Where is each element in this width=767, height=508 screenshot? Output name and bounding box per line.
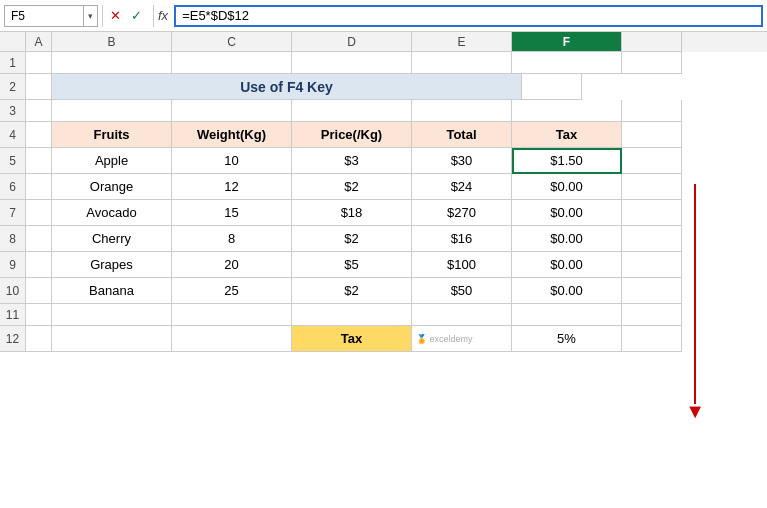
cell-f6[interactable]: $0.00 (512, 174, 622, 200)
cell-c3[interactable] (172, 100, 292, 122)
cell-e10[interactable]: $50 (412, 278, 512, 304)
cell-a2[interactable] (26, 74, 52, 100)
row-header-12[interactable]: 12 (0, 326, 26, 352)
row-header-6[interactable]: 6 (0, 174, 26, 200)
cell-a11[interactable] (26, 304, 52, 326)
cell-reference-box[interactable]: F5 (4, 5, 84, 27)
cell-d5[interactable]: $3 (292, 148, 412, 174)
cell-f4-tax[interactable]: Tax (512, 122, 622, 148)
cell-b12[interactable] (52, 326, 172, 352)
cell-g1[interactable] (622, 52, 682, 74)
cell-g10[interactable] (622, 278, 682, 304)
cell-ref-dropdown[interactable]: ▾ (84, 5, 98, 27)
cell-b6[interactable]: Orange (52, 174, 172, 200)
cell-b5[interactable]: Apple (52, 148, 172, 174)
cell-d8[interactable]: $2 (292, 226, 412, 252)
cell-b8[interactable]: Cherry (52, 226, 172, 252)
cell-d11[interactable] (292, 304, 412, 326)
row-header-7[interactable]: 7 (0, 200, 26, 226)
cell-b3[interactable] (52, 100, 172, 122)
col-header-d[interactable]: D (292, 32, 412, 52)
cell-g6[interactable] (622, 174, 682, 200)
cell-e9[interactable]: $100 (412, 252, 512, 278)
cell-b10[interactable]: Banana (52, 278, 172, 304)
cell-g9[interactable] (622, 252, 682, 278)
cell-f3[interactable] (512, 100, 622, 122)
cell-e3[interactable] (412, 100, 512, 122)
cancel-icon[interactable]: ✕ (107, 8, 124, 23)
cell-f12-tax-value[interactable]: 5% (512, 326, 622, 352)
row-header-11[interactable]: 11 (0, 304, 26, 326)
row-header-10[interactable]: 10 (0, 278, 26, 304)
cell-a4[interactable] (26, 122, 52, 148)
cell-c1[interactable] (172, 52, 292, 74)
cell-a3[interactable] (26, 100, 52, 122)
row-header-3[interactable]: 3 (0, 100, 26, 122)
cell-d7[interactable]: $18 (292, 200, 412, 226)
col-header-f[interactable]: F (512, 32, 622, 52)
cell-a1[interactable] (26, 52, 52, 74)
cell-c4-weight[interactable]: Weight(Kg) (172, 122, 292, 148)
cell-g5[interactable] (622, 148, 682, 174)
cell-d4-price[interactable]: Price(/Kg) (292, 122, 412, 148)
cell-a9[interactable] (26, 252, 52, 278)
cell-e7[interactable]: $270 (412, 200, 512, 226)
row-header-4[interactable]: 4 (0, 122, 26, 148)
cell-e4-total[interactable]: Total (412, 122, 512, 148)
title-cell[interactable]: Use of F4 Key (52, 74, 522, 100)
cell-f11[interactable] (512, 304, 622, 326)
cell-d12-tax-label[interactable]: Tax (292, 326, 412, 352)
cell-a6[interactable] (26, 174, 52, 200)
cell-b7[interactable]: Avocado (52, 200, 172, 226)
row-header-9[interactable]: 9 (0, 252, 26, 278)
formula-input[interactable] (174, 5, 763, 27)
col-header-e[interactable]: E (412, 32, 512, 52)
cell-g7[interactable] (622, 200, 682, 226)
cell-g12[interactable] (622, 326, 682, 352)
cell-a12[interactable] (26, 326, 52, 352)
cell-c11[interactable] (172, 304, 292, 326)
cell-a10[interactable] (26, 278, 52, 304)
cell-b9[interactable]: Grapes (52, 252, 172, 278)
cell-a7[interactable] (26, 200, 52, 226)
cell-b4-fruits[interactable]: Fruits (52, 122, 172, 148)
row-header-5[interactable]: 5 (0, 148, 26, 174)
cell-c10[interactable]: 25 (172, 278, 292, 304)
cell-f8[interactable]: $0.00 (512, 226, 622, 252)
cell-e1[interactable] (412, 52, 512, 74)
cell-c12[interactable] (172, 326, 292, 352)
cell-b1[interactable] (52, 52, 172, 74)
cell-c6[interactable]: 12 (172, 174, 292, 200)
cell-c8[interactable]: 8 (172, 226, 292, 252)
cell-e11[interactable] (412, 304, 512, 326)
cell-d3[interactable] (292, 100, 412, 122)
cell-e5[interactable]: $30 (412, 148, 512, 174)
row-header-8[interactable]: 8 (0, 226, 26, 252)
confirm-icon[interactable]: ✓ (128, 8, 145, 23)
cell-e6[interactable]: $24 (412, 174, 512, 200)
cell-a5[interactable] (26, 148, 52, 174)
cell-f7[interactable]: $0.00 (512, 200, 622, 226)
cell-g3[interactable] (622, 100, 682, 122)
cell-g8[interactable] (622, 226, 682, 252)
cell-g2[interactable] (522, 74, 582, 100)
cell-c9[interactable]: 20 (172, 252, 292, 278)
cell-f5[interactable]: $1.50 + (512, 148, 622, 174)
cell-g4[interactable] (622, 122, 682, 148)
col-header-g[interactable] (622, 32, 682, 52)
cell-d6[interactable]: $2 (292, 174, 412, 200)
cell-b11[interactable] (52, 304, 172, 326)
cell-g11[interactable] (622, 304, 682, 326)
cell-c5[interactable]: 10 (172, 148, 292, 174)
cell-f10[interactable]: $0.00 (512, 278, 622, 304)
cell-d10[interactable]: $2 (292, 278, 412, 304)
cell-c7[interactable]: 15 (172, 200, 292, 226)
col-header-b[interactable]: B (52, 32, 172, 52)
cell-d1[interactable] (292, 52, 412, 74)
col-header-c[interactable]: C (172, 32, 292, 52)
cell-e12[interactable]: 🏅 exceldemy (412, 326, 512, 352)
row-header-1[interactable]: 1 (0, 52, 26, 74)
cell-e8[interactable]: $16 (412, 226, 512, 252)
cell-f1[interactable] (512, 52, 622, 74)
cell-f9[interactable]: $0.00 (512, 252, 622, 278)
